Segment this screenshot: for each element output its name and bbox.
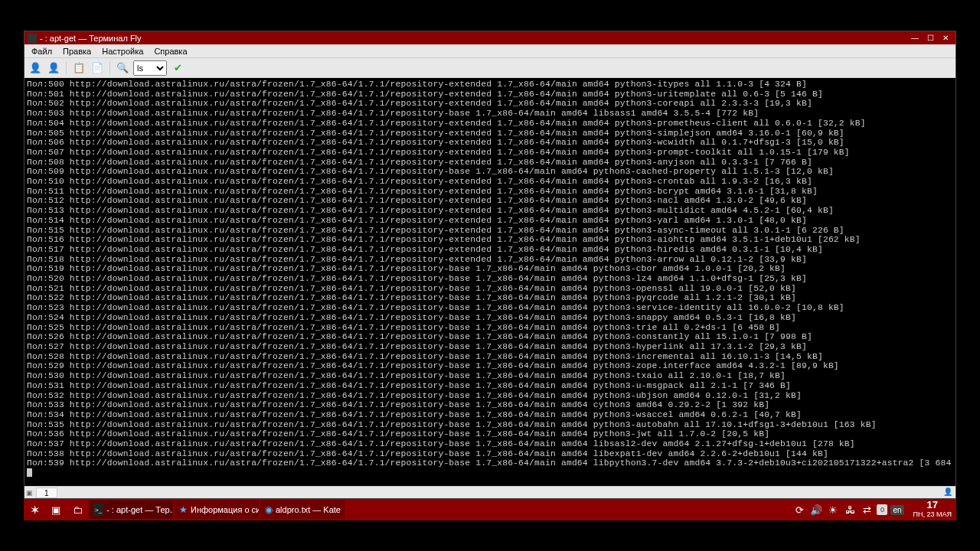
tabbar: ▣ 1 👤 xyxy=(24,486,956,498)
taskbar-task-kate[interactable]: ◉ aldpro.txt — Kate xyxy=(260,500,345,519)
close-tab-button[interactable]: 👤 xyxy=(46,60,61,76)
network-icon[interactable]: 🖧 xyxy=(843,503,857,517)
menubar: Файл Правка Настройка Справка xyxy=(24,44,956,58)
info-icon: ★ xyxy=(179,504,188,516)
maximize-button[interactable]: ☐ xyxy=(923,33,937,43)
terminal-output[interactable]: Пол:500 http://download.astralinux.ru/as… xyxy=(24,78,956,486)
brightness-icon[interactable]: ☀ xyxy=(826,503,840,517)
taskbar: ✶ ▣ 🗀 >_ - : apt-get — Тер... ★ Информац… xyxy=(24,499,956,520)
volume-icon[interactable]: 🔊 xyxy=(809,503,823,517)
update-icon[interactable]: ⟳ xyxy=(792,503,806,517)
clock-time: 17 xyxy=(913,500,952,510)
terminal-window: - : apt-get — Терминал Fly — ☐ ✕ Файл Пр… xyxy=(24,31,956,499)
minimize-button[interactable]: — xyxy=(908,33,922,43)
taskbar-task-info[interactable]: ★ Информация о си... xyxy=(175,500,259,519)
new-tab-button[interactable]: 👤 xyxy=(28,60,43,76)
show-desktop-button[interactable]: ▣ xyxy=(45,499,67,520)
clock[interactable]: 17 ПН, 23 МАЯ xyxy=(909,500,956,519)
taskbar-task-terminal[interactable]: >_ - : apt-get — Тер... xyxy=(89,500,173,519)
window-title: - : apt-get — Терминал Fly xyxy=(40,34,906,43)
menu-edit[interactable]: Правка xyxy=(57,46,96,57)
app-icon xyxy=(28,34,37,43)
shield-icon[interactable]: 0 xyxy=(877,504,887,515)
titlebar[interactable]: - : apt-get — Терминал Fly — ☐ ✕ xyxy=(24,31,956,44)
keyboard-layout[interactable]: en xyxy=(890,505,903,515)
run-button[interactable]: ✔ xyxy=(170,60,185,76)
kate-icon: ◉ xyxy=(265,504,273,516)
menu-help[interactable]: Справка xyxy=(149,46,192,57)
search-icon[interactable]: 🔍 xyxy=(115,60,130,76)
menu-file[interactable]: Файл xyxy=(26,46,57,57)
separator xyxy=(109,61,110,75)
terminal-icon: >_ xyxy=(93,504,103,516)
notification-icon[interactable]: 👤 xyxy=(943,487,954,498)
close-button[interactable]: ✕ xyxy=(939,33,952,43)
task-label: aldpro.txt — Kate xyxy=(276,505,341,514)
separator xyxy=(66,61,67,75)
paste-button[interactable]: 📄 xyxy=(90,60,105,76)
tab-1[interactable]: 1 xyxy=(36,487,57,498)
usb-icon[interactable]: ⇄ xyxy=(860,503,874,517)
command-select[interactable]: ls xyxy=(133,60,167,76)
start-button[interactable]: ✶ xyxy=(24,499,45,520)
tab-handle-icon: ▣ xyxy=(26,489,33,497)
menu-settings[interactable]: Настройка xyxy=(96,46,149,57)
task-label: - : apt-get — Тер... xyxy=(106,505,173,514)
copy-button[interactable]: 📋 xyxy=(71,60,87,76)
task-label: Информация о си... xyxy=(191,505,259,514)
toolbar: 👤 👤 📋 📄 🔍 ls ✔ xyxy=(24,58,956,78)
file-manager-button[interactable]: 🗀 xyxy=(67,499,88,520)
system-tray: ⟳ 🔊 ☀ 🖧 ⇄ 0 en xyxy=(788,503,908,517)
clock-date: ПН, 23 МАЯ xyxy=(913,510,952,519)
